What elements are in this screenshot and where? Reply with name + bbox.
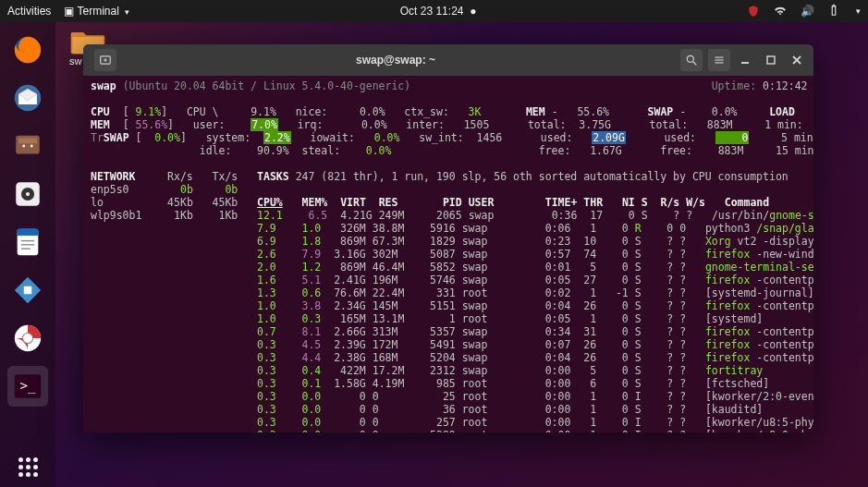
svg-text:>_: >_ bbox=[20, 378, 37, 394]
svg-point-5 bbox=[31, 145, 33, 148]
dock-thunderbird[interactable] bbox=[7, 78, 48, 118]
minimize-button[interactable] bbox=[734, 49, 756, 71]
clock[interactable]: Oct 23 11:24 ● bbox=[129, 5, 747, 18]
window-titlebar[interactable]: swap@swap: ~ bbox=[83, 44, 813, 76]
desktop-folder-label: sw bbox=[69, 55, 81, 67]
hamburger-menu-button[interactable] bbox=[708, 49, 730, 71]
dock-files[interactable] bbox=[7, 126, 48, 166]
dock-rhythmbox[interactable] bbox=[7, 174, 48, 214]
new-tab-button[interactable] bbox=[94, 49, 116, 71]
activities-button[interactable]: Activities bbox=[7, 5, 51, 18]
terminal-content[interactable]: swap (Ubuntu 20.04 64bit / Linux 5.4.0-4… bbox=[83, 76, 813, 432]
svg-point-23 bbox=[687, 55, 693, 62]
wifi-icon[interactable] bbox=[773, 4, 788, 19]
dock-show-apps[interactable] bbox=[7, 446, 48, 487]
svg-point-8 bbox=[26, 192, 30, 196]
svg-point-4 bbox=[22, 145, 25, 148]
dock-firefox[interactable] bbox=[7, 30, 48, 70]
dock-terminal[interactable]: >_ bbox=[7, 366, 48, 407]
search-button[interactable] bbox=[680, 49, 703, 71]
svg-point-17 bbox=[22, 333, 32, 343]
volume-icon[interactable]: 🔊 bbox=[801, 5, 814, 18]
dock-writer[interactable] bbox=[7, 222, 48, 262]
terminal-glyph-icon: ▣ bbox=[64, 5, 74, 18]
svg-line-24 bbox=[693, 62, 697, 66]
battery-icon[interactable] bbox=[827, 4, 840, 19]
dock-software[interactable] bbox=[7, 270, 48, 310]
system-menu-chevron-icon[interactable]: ▾ bbox=[856, 6, 861, 16]
close-button[interactable] bbox=[786, 49, 808, 71]
shield-icon[interactable] bbox=[747, 5, 760, 18]
svg-rect-10 bbox=[18, 229, 39, 236]
svg-rect-15 bbox=[24, 286, 32, 295]
svg-rect-29 bbox=[767, 56, 775, 64]
terminal-window: swap@swap: ~ swap (Ubuntu 20.04 64bit / … bbox=[83, 44, 813, 432]
app-menu[interactable]: ▣ Terminal ▾ bbox=[64, 5, 129, 18]
svg-rect-3 bbox=[18, 139, 37, 144]
gnome-top-panel: Activities ▣ Terminal ▾ Oct 23 11:24 ● 🔊… bbox=[0, 0, 868, 22]
ubuntu-dock: >_ bbox=[0, 22, 55, 487]
dock-help[interactable] bbox=[7, 318, 48, 359]
window-title: swap@swap: ~ bbox=[116, 54, 675, 67]
maximize-button[interactable] bbox=[760, 49, 782, 71]
